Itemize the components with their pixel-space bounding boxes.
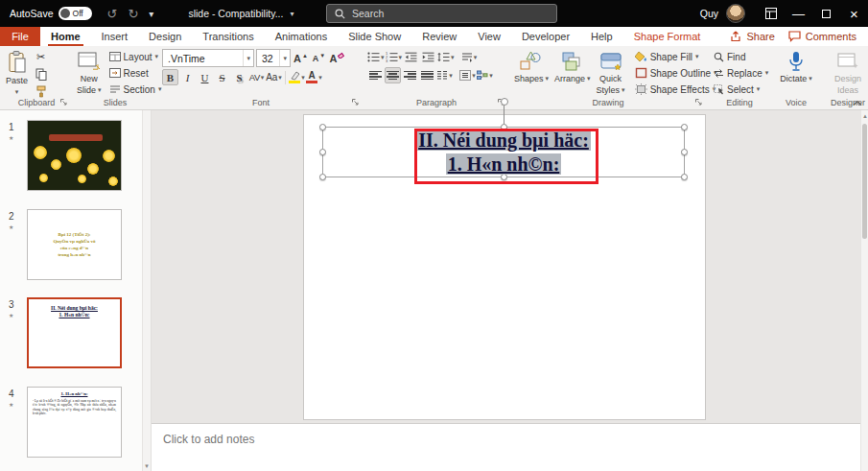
tab-developer[interactable]: Developer (511, 27, 580, 46)
slide-2-preview[interactable]: Bµi 12 (TiÕt 2): QuyÒn vµ nghÜa vô cña c… (27, 209, 122, 280)
align-right-button[interactable] (402, 67, 418, 83)
numbering-button[interactable]: 123▾ (386, 49, 403, 65)
clipboard-dialog-launcher-icon[interactable] (59, 98, 68, 106)
search-box[interactable]: Search (326, 4, 557, 23)
customize-qat-icon[interactable]: ▾ (149, 9, 153, 19)
slide-4-preview[interactable]: 1. H«n nh©n: - Lµ sù liªn kÕt ®Æc biÖt g… (27, 387, 122, 458)
increase-font-size-button[interactable]: A▲ (293, 50, 309, 66)
scrollbar-thumb[interactable] (862, 124, 867, 239)
autosave-control[interactable]: AutoSave Off (10, 7, 92, 20)
tab-file[interactable]: File (0, 27, 40, 46)
clear-formatting-button[interactable]: A (329, 50, 345, 66)
rotate-handle[interactable] (501, 98, 508, 106)
line-spacing-button[interactable]: ▾ (437, 49, 455, 65)
text-shadow-button[interactable]: S (231, 69, 247, 85)
minimize-button[interactable]: — (785, 0, 812, 27)
decrease-indent-icon[interactable] (403, 49, 419, 65)
shapes-label: Shapes (514, 74, 544, 83)
shape-outline-button[interactable]: Shape Outline▾ (632, 65, 720, 81)
comments-label: Comments (806, 31, 856, 42)
collapse-ribbon-icon[interactable] (853, 100, 862, 106)
align-text-button[interactable]: ▾ (459, 67, 476, 83)
justify-button[interactable] (419, 67, 435, 83)
slide-1-preview[interactable] (27, 120, 122, 191)
quick-styles-button[interactable]: Quick Styles▾ (594, 49, 628, 97)
tab-animations[interactable]: Animations (265, 27, 338, 46)
redo-icon[interactable]: ↻ (128, 7, 138, 21)
increase-indent-icon[interactable] (420, 49, 436, 65)
thumb2-line: cña c«ng d©n (60, 246, 88, 250)
italic-button[interactable]: I (179, 69, 196, 85)
convert-to-smartart-button[interactable]: ▾ (477, 67, 493, 83)
tab-design[interactable]: Design (138, 27, 192, 46)
close-button[interactable]: × (840, 0, 868, 27)
drawing-dialog-launcher-icon[interactable] (694, 98, 703, 106)
tab-shape-format[interactable]: Shape Format (623, 27, 712, 46)
paste-button[interactable]: Paste ▾ (3, 49, 31, 99)
scroll-down-icon[interactable]: ▼ (144, 463, 150, 469)
tab-view[interactable]: View (467, 27, 511, 46)
cut-icon[interactable]: ✂ (33, 49, 49, 65)
align-center-button[interactable] (385, 67, 401, 83)
layout-button[interactable]: Layout▾ (106, 49, 165, 64)
shape-effects-label: Shape Effects (650, 84, 710, 95)
thumb3-line2: 1. H«n nh©n: (59, 312, 89, 318)
text-highlight-color-button[interactable]: ▾ (289, 69, 305, 85)
scroll-up-icon[interactable]: ▲ (862, 113, 868, 119)
slide-thumbnail-4[interactable]: 4★ 1. H«n nh©n: - Lµ sù liªn kÕt ®Æc biÖ… (0, 387, 151, 461)
title-chevron-icon[interactable]: ▾ (290, 10, 293, 18)
ribbon-display-options-icon[interactable] (757, 0, 785, 27)
slide-thumbnail-1[interactable]: 1★ (0, 120, 151, 195)
restore-icon (822, 10, 831, 18)
quick-styles-label-1: Quick (599, 74, 622, 83)
copy-icon[interactable] (33, 66, 49, 82)
character-spacing-button[interactable]: AV▾ (248, 69, 265, 85)
slide-thumbnail-3[interactable]: 3★ II. Néi dung bµi häc:1. H«n nh©n: (0, 297, 151, 374)
titlebar-right: Quy — × (700, 0, 868, 27)
align-left-button[interactable] (367, 67, 384, 83)
slide-canvas[interactable]: II. Néi dung bµi häc: 1. H«n nh©n: (304, 115, 705, 419)
arrange-button[interactable]: Arrange▾ (551, 49, 594, 85)
tab-help[interactable]: Help (580, 27, 623, 46)
share-button[interactable]: Share (730, 31, 774, 42)
strikethrough-button[interactable]: S (214, 69, 230, 85)
panel-scrollbar[interactable]: ▼ (142, 110, 151, 471)
bullets-button[interactable]: ▾ (367, 49, 385, 65)
document-title-area[interactable]: slide - Compatibility... ▾ (188, 8, 293, 19)
tab-slide-show[interactable]: Slide Show (338, 27, 411, 46)
underline-button[interactable]: U (197, 69, 213, 85)
font-color-button[interactable]: A▾ (306, 69, 322, 85)
shapes-button[interactable]: Shapes▾ (511, 49, 551, 85)
new-slide-button[interactable]: New Slide▾ (74, 49, 105, 97)
avatar[interactable] (726, 4, 745, 23)
reset-button[interactable]: Reset (106, 65, 165, 81)
tab-transitions[interactable]: Transitions (192, 27, 264, 46)
tab-insert[interactable]: Insert (91, 27, 139, 46)
comments-button[interactable]: Comments (788, 31, 856, 42)
text-direction-button[interactable]: ▾ (461, 49, 478, 65)
font-size-combo[interactable]: 32▾ (256, 49, 291, 67)
slide-number: 4★ (9, 389, 14, 408)
undo-icon[interactable]: ↺ (107, 7, 118, 21)
slide-3-preview[interactable]: II. Néi dung bµi häc:1. H«n nh©n: (27, 297, 122, 368)
notes-pane[interactable]: Click to add notes (152, 423, 860, 471)
maximize-restore-button[interactable] (812, 0, 840, 27)
columns-button[interactable]: ▾ (436, 67, 453, 83)
tab-home[interactable]: Home (40, 27, 91, 46)
bold-button[interactable]: B (162, 69, 178, 85)
slide-thumbnail-2[interactable]: 2★ Bµi 12 (TiÕt 2): QuyÒn vµ nghÜa vô cñ… (0, 209, 151, 284)
font-dialog-launcher-icon[interactable] (351, 98, 360, 106)
find-button[interactable]: Find (711, 49, 771, 64)
replace-button[interactable]: Replace▾ (711, 65, 771, 81)
font-name-combo[interactable]: .VnTime▾ (162, 49, 254, 67)
section-label: Section (124, 84, 155, 95)
autosave-toggle[interactable]: Off (59, 7, 92, 20)
design-ideas-button[interactable]: Design Ideas (832, 49, 864, 97)
caret-icon: ▾ (451, 54, 455, 61)
change-case-button[interactable]: Aa▾ (266, 69, 282, 85)
decrease-font-size-button[interactable]: A▼ (311, 50, 327, 66)
dictate-button[interactable]: Dictate▾ (777, 49, 815, 85)
vertical-scrollbar[interactable]: ▲ (860, 110, 868, 471)
shape-fill-button[interactable]: Shape Fill▾ (632, 49, 720, 64)
tab-review[interactable]: Review (411, 27, 467, 46)
